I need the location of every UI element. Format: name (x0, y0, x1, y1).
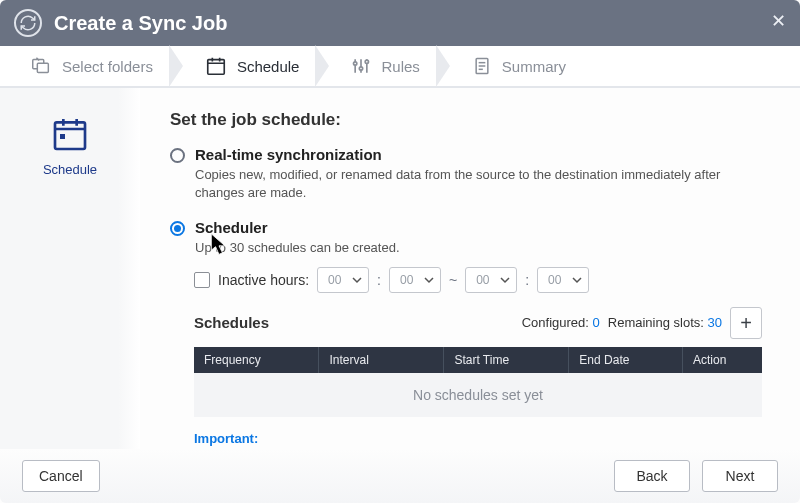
radio-scheduler[interactable] (170, 221, 185, 236)
svg-point-11 (366, 60, 369, 63)
dialog-footer: Cancel Back Next (0, 449, 800, 503)
panel-heading: Set the job schedule: (170, 110, 762, 130)
svg-point-9 (354, 62, 357, 65)
col-start-time: Start Time (444, 347, 569, 373)
col-end-date: End Date (569, 347, 683, 373)
step-summary[interactable]: Summary (456, 46, 582, 86)
step-label: Select folders (62, 58, 153, 75)
chevron-icon (169, 45, 183, 87)
close-button[interactable]: ✕ (771, 10, 786, 32)
time-range-tilde: ~ (449, 272, 457, 288)
sync-logo-icon (14, 9, 42, 37)
chevron-down-icon (572, 275, 582, 285)
side-nav-schedule: Schedule (0, 88, 140, 449)
chevron-icon (436, 45, 450, 87)
step-label: Rules (381, 58, 419, 75)
table-header-row: Frequency Interval Start Time End Date A… (194, 347, 762, 373)
schedules-label: Schedules (194, 314, 269, 331)
col-action: Action (682, 347, 762, 373)
inactive-hours-checkbox[interactable] (194, 272, 210, 288)
empty-message: No schedules set yet (194, 373, 762, 417)
remaining-label: Remaining slots: (608, 315, 704, 330)
inactive-end-hour-select[interactable]: 00 (465, 267, 517, 293)
inactive-hours-label: Inactive hours: (218, 272, 309, 288)
inactive-start-min-select[interactable]: 00 (389, 267, 441, 293)
wizard-steps: Select folders Schedule Rules Summary (0, 46, 800, 88)
table-empty-row: No schedules set yet (194, 373, 762, 417)
back-button[interactable]: Back (614, 460, 690, 492)
radio-realtime[interactable] (170, 148, 185, 163)
svg-rect-20 (60, 134, 65, 139)
chevron-down-icon (424, 275, 434, 285)
configured-label: Configured: (522, 315, 589, 330)
content-panel: Set the job schedule: Real-time synchron… (140, 88, 800, 449)
svg-rect-1 (37, 63, 48, 72)
time-colon: : (377, 272, 381, 288)
chevron-icon (315, 45, 329, 87)
titlebar: Create a Sync Job ✕ (0, 0, 800, 46)
schedules-table: Frequency Interval Start Time End Date A… (194, 347, 762, 417)
step-select-folders[interactable]: Select folders (14, 46, 169, 86)
step-label: Schedule (237, 58, 300, 75)
next-button[interactable]: Next (702, 460, 778, 492)
remaining-count: 30 (708, 315, 722, 330)
inactive-end-min-select[interactable]: 00 (537, 267, 589, 293)
svg-rect-2 (208, 60, 225, 75)
option-realtime-title: Real-time synchronization (195, 146, 762, 163)
side-label: Schedule (43, 162, 97, 177)
inactive-start-hour-select[interactable]: 00 (317, 267, 369, 293)
chevron-down-icon (500, 275, 510, 285)
step-schedule[interactable]: Schedule (189, 46, 316, 86)
important-label: Important: (194, 431, 762, 446)
cancel-button[interactable]: Cancel (22, 460, 100, 492)
dialog-title: Create a Sync Job (54, 12, 227, 35)
step-rules[interactable]: Rules (335, 46, 435, 86)
calendar-icon (48, 112, 92, 156)
option-realtime-desc: Copies new, modified, or renamed data fr… (195, 166, 762, 201)
svg-rect-16 (55, 122, 85, 149)
option-scheduler-desc: Up to 30 schedules can be created. (195, 239, 400, 257)
add-schedule-button[interactable]: + (730, 307, 762, 339)
time-colon: : (525, 272, 529, 288)
col-frequency: Frequency (194, 347, 319, 373)
svg-point-10 (360, 67, 363, 70)
step-label: Summary (502, 58, 566, 75)
option-scheduler-title: Scheduler (195, 219, 400, 236)
chevron-down-icon (352, 275, 362, 285)
configured-count: 0 (593, 315, 600, 330)
col-interval: Interval (319, 347, 444, 373)
